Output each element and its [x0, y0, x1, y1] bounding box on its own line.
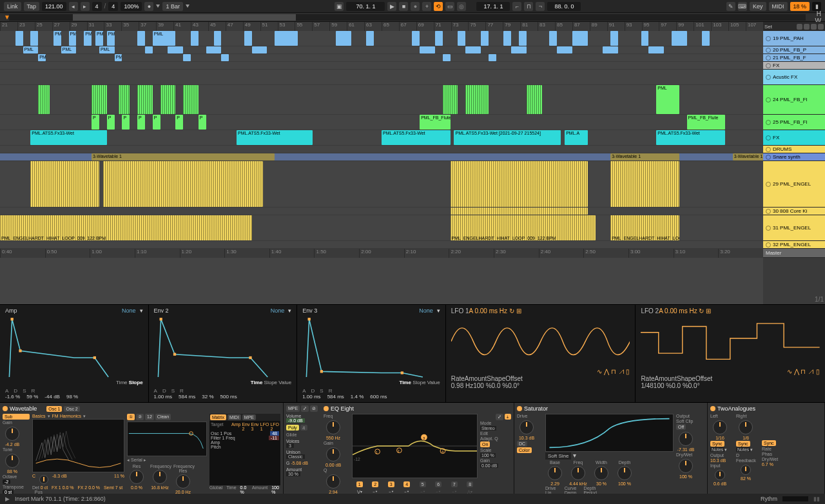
track-lane-acustic-fx[interactable]: [0, 70, 763, 85]
track-header[interactable]: FX: [763, 130, 825, 146]
track-lane-drums[interactable]: [0, 146, 763, 153]
sub-button[interactable]: Sub: [3, 414, 30, 420]
time-sig-num[interactable]: 4: [92, 2, 102, 11]
track-header[interactable]: 24 PML_FB_Fl: [763, 85, 825, 115]
time-sig-den[interactable]: 4: [108, 2, 118, 11]
wavetable-side[interactable]: MPE⤢⊘ Volume-9.0 dB Poly ♫ Glide Voices3…: [284, 403, 321, 494]
analyze-icon[interactable]: ⫰: [505, 414, 511, 420]
filter1-toggle[interactable]: ①: [127, 414, 135, 420]
track-header[interactable]: 30 808 Core Ki: [763, 208, 825, 215]
env3-panel[interactable]: Env 3None▾ Time Slope Value ADSR 1.00 ms…: [297, 305, 446, 402]
device-on-icon[interactable]: [3, 406, 8, 411]
overdub-icon[interactable]: +: [422, 2, 431, 11]
track-lane[interactable]: PMPM: [0, 54, 763, 62]
device-on-icon[interactable]: [324, 406, 329, 411]
track-lane[interactable]: PML_ENGELHARDT_HIHAT_LOOP_009_122 BPM PM…: [0, 215, 763, 241]
stop-button[interactable]: ■: [399, 2, 408, 11]
env-amp-panel[interactable]: AmpNone▾ Time Slope ADSR -1.6 %59 %-44 d…: [0, 305, 149, 402]
zoom-field[interactable]: 100%: [121, 2, 142, 11]
expand-icon[interactable]: ⤢: [496, 414, 503, 420]
lfo1-panel[interactable]: LFO 1A 0.00 ms Hz ↻ ⊞ ∿ ⋀ ⊓ ⩘ ▯ RateAmou…: [446, 305, 636, 402]
track-header[interactable]: DRUMS: [763, 146, 825, 153]
follow-icon[interactable]: ▣: [335, 2, 344, 11]
loop-icon[interactable]: ⊓: [524, 2, 533, 11]
device-saturator[interactable]: Saturator Drive 10.3 dB DC Color Soft Si…: [514, 403, 708, 494]
track-lane-snare-selected[interactable]: 3-Wavetable 1 3-Wavetable 1 3-Wavetable …: [0, 153, 763, 161]
return-icon[interactable]: [804, 24, 810, 30]
dropdown-icon[interactable]: [156, 5, 160, 8]
lfo2-panel[interactable]: LFO 2A 0.00 ms Hz ↻ ⊞ ∿ ⋀ ⊓ ⩘ ▯ RateAmou…: [636, 305, 825, 402]
track-lane[interactable]: PMLPML PML: [0, 46, 763, 54]
arrangement-position[interactable]: 70. 1. 1: [346, 2, 385, 11]
device-on-icon[interactable]: [710, 406, 715, 411]
track-header[interactable]: Snare synth: [763, 153, 825, 161]
device-two-analogues[interactable]: TwoAnalogues Left 1/16 Sync Notes▾ Outpu…: [708, 403, 825, 494]
capture-icon[interactable]: ▭: [445, 2, 454, 11]
track-header-master[interactable]: Master: [763, 249, 825, 258]
track-header[interactable]: FX: [763, 62, 825, 70]
saturator-type[interactable]: Soft Sine: [545, 452, 571, 460]
wavetable-display[interactable]: [32, 419, 124, 472]
osc1-tab[interactable]: Osc 1: [46, 406, 62, 412]
track-header[interactable]: 20 PML_FB_P: [763, 46, 825, 54]
track-header[interactable]: 29 PML_ENGEL: [763, 161, 825, 208]
track-header[interactable]: 25 PML_FB_Fl: [763, 115, 825, 130]
loop-start[interactable]: 17. 1. 1: [476, 2, 510, 11]
track-lane[interactable]: PP PP PP P PML_FB_Flute PML_FB_Flute: [0, 115, 763, 130]
arrangement-main[interactable]: 2123252729313335373941434547495153555759…: [0, 22, 763, 304]
osc2-tab[interactable]: Osc 2: [64, 406, 79, 412]
time-ruler[interactable]: 0:400:501:001:101:201:301:401:502:002:10…: [0, 249, 763, 258]
midi-map-button[interactable]: MIDI: [769, 2, 788, 11]
track-lane-fx[interactable]: PML.ATS5.Fx33-Wet PML.ATS5.Fx33-Wet PML.…: [0, 130, 763, 146]
track-header[interactable]: 21 PML_FB_F: [763, 54, 825, 62]
computer-midi-icon[interactable]: ⌨: [738, 2, 747, 11]
quantize-menu[interactable]: 1 Bar: [162, 2, 183, 11]
track-lane-fx[interactable]: [0, 62, 763, 70]
session-record-icon[interactable]: ◎: [457, 2, 466, 11]
nudge-down-icon[interactable]: ◂: [69, 2, 78, 11]
play-button[interactable]: ▶: [387, 2, 396, 11]
track-header[interactable]: 19 PML_PAH: [763, 31, 825, 46]
track-header[interactable]: 31 PML_ENGEL: [763, 215, 825, 241]
sync-button[interactable]: Sync: [762, 440, 776, 446]
env2-panel[interactable]: Env 2None▾ Time Slope Value ADSR 1.00 ms…: [149, 305, 298, 402]
filter2-toggle[interactable]: ②: [136, 414, 144, 420]
expand-icon[interactable]: ⤢: [301, 405, 309, 412]
overview-bar[interactable]: ▼ H W: [0, 13, 825, 22]
close-icon[interactable]: ⊘: [310, 405, 318, 412]
device-on-icon[interactable]: [517, 406, 522, 411]
track-lane[interactable]: PML: [0, 85, 763, 115]
track-header-set[interactable]: Set: [763, 22, 825, 31]
toggle-icon[interactable]: ▼: [4, 14, 9, 21]
key-map-button[interactable]: Key: [750, 2, 766, 11]
loop-length[interactable]: 88. 0. 0: [547, 2, 581, 11]
dropdown-icon[interactable]: [186, 5, 189, 8]
link-button[interactable]: Link: [4, 2, 21, 11]
track-lane[interactable]: [0, 208, 763, 215]
draw-mode-icon[interactable]: ✎: [726, 2, 735, 11]
saturator-curve[interactable]: [545, 414, 674, 452]
track-lane[interactable]: [0, 161, 763, 208]
punch-out-icon[interactable]: ¬: [536, 2, 545, 11]
io-icon[interactable]: [797, 24, 802, 30]
device-wavetable[interactable]: Wavetable Osc 1 Osc 2 Sub Gain -4.2 dB T…: [0, 403, 284, 494]
tempo-field[interactable]: 121.00: [42, 2, 66, 11]
automation-arm-icon[interactable]: ⟲: [434, 2, 443, 11]
tap-button[interactable]: Tap: [24, 2, 40, 11]
overload-icon[interactable]: ▮: [812, 2, 821, 11]
delay-icon[interactable]: [818, 24, 824, 30]
filter-display[interactable]: [127, 422, 207, 456]
clip-area[interactable]: PMLPM PMPMPM PML PMLPML PML: [0, 31, 763, 249]
record-button[interactable]: ●: [411, 2, 420, 11]
device-eq-eight[interactable]: EQ Eight Freq 550 Hz Gain 0.00 dB Q 2.94…: [321, 403, 514, 494]
track-lane[interactable]: [0, 241, 763, 249]
metronome-icon[interactable]: ●: [144, 2, 153, 11]
triangle-icon[interactable]: ▶: [5, 496, 10, 502]
mixer-icon[interactable]: [811, 24, 817, 30]
track-header[interactable]: Acustic FX: [763, 70, 825, 85]
nudge-up-icon[interactable]: ▸: [81, 2, 90, 11]
overview-zoom[interactable]: [9, 14, 806, 21]
punch-in-icon[interactable]: ⌐: [512, 2, 521, 11]
filter-type[interactable]: 12: [145, 414, 154, 420]
track-header[interactable]: 32 PML_ENGEL: [763, 241, 825, 249]
